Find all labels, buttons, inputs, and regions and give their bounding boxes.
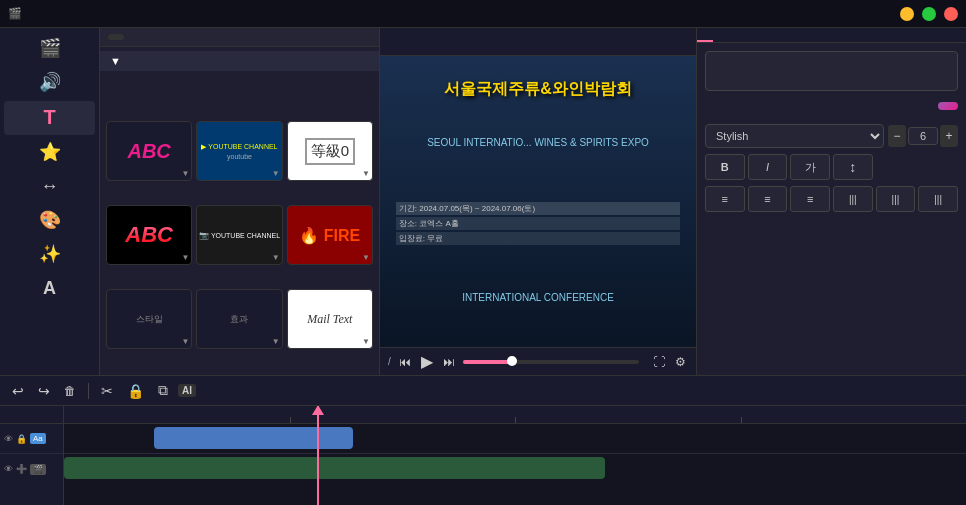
tab-tts[interactable] [729,28,745,42]
preview-area: 서울국제주류&와인박람회 SEOUL INTERNATIO... WINES &… [380,28,696,375]
lock-button[interactable]: 🔒 [123,381,148,401]
maximize-button[interactable] [922,7,936,21]
sidebar-item-audio[interactable]: 🔊 [4,67,95,99]
track-add-button[interactable]: ➕ [16,464,27,474]
download-arrow-icon: ▼ [181,169,189,178]
template-item[interactable]: 효과 ▼ [196,289,282,349]
timeline-tracks-area [64,406,966,505]
sidebar-item-effect[interactable]: ✨ [4,239,95,271]
subtitle-icon: A [43,279,56,297]
template-item[interactable]: ABC ▼ [106,205,192,265]
effect-icon: ✨ [39,245,61,263]
download-arrow-icon: ▼ [362,337,370,346]
font-size-increase[interactable]: + [940,125,958,147]
italic-button[interactable]: I [748,154,788,180]
sidebar-item-media[interactable]: 🎬 [4,33,95,65]
sidebar-item-filter[interactable]: 🎨 [4,205,95,237]
close-button[interactable] [944,7,958,21]
column-2-button[interactable]: ||| [876,186,916,212]
category-basic[interactable] [100,87,379,95]
korean-style-button[interactable]: 가 [790,154,830,180]
ai-copy-button[interactable] [938,102,958,110]
delete-button[interactable]: 🗑 [60,382,80,400]
timeline-body: 👁 🔒 Aa 👁 ➕ 🎬 [0,406,966,505]
filter-icon: 🎨 [39,211,61,229]
tab-animation[interactable] [713,28,729,42]
right-content: Stylish − + B I 가 ↕ ≡ ≡ ≡ | [697,43,966,375]
play-button[interactable]: ▶ [419,350,435,373]
video-title-overlay: 서울국제주류&와인박람회 [444,79,632,100]
tab-text[interactable] [697,28,713,42]
empty-space [876,154,958,180]
track-lock-button[interactable]: 🔒 [16,434,27,444]
track-eye-button-2[interactable]: 👁 [4,464,13,474]
app-logo: 🎬 [8,7,26,20]
sidebar-item-subtitle[interactable]: A [4,273,95,305]
main-layout: 🎬 🔊 T ⭐ ↔ 🎨 ✨ A [0,28,966,375]
timeline-ruler [64,406,966,424]
timeline-toolbar: ↩ ↪ 🗑 ✂ 🔒 ⧉ AI [0,376,966,406]
copy-button[interactable]: ⧉ [154,380,172,401]
template-item[interactable]: Mail Text ▼ [287,289,373,349]
current-time: / [388,356,391,367]
column-3-button[interactable]: ||| [918,186,958,212]
download-arrow-icon: ▼ [181,337,189,346]
template-item[interactable]: 等級0 ▼ [287,121,373,181]
column-1-button[interactable]: ||| [833,186,873,212]
media-icon: 🎬 [39,39,61,57]
category-text-section[interactable]: ▼ [100,51,379,71]
bold-button[interactable]: B [705,154,745,180]
font-size-control: − + [888,125,958,147]
template-grid: ABC ▼ ▶ YOUTUBE CHANNEL youtube ▼ 等級0 ▼ … [100,115,379,375]
next-frame-button[interactable]: ⏭ [441,353,457,371]
audio-icon: 🔊 [39,73,61,91]
align-left-button[interactable]: ≡ [705,186,745,212]
progress-bar[interactable] [463,360,639,364]
sidebar-item-transition[interactable]: ↔ [4,171,95,203]
settings-button[interactable]: ⚙ [673,353,688,371]
text-input[interactable] [705,51,958,91]
fullscreen-button[interactable]: ⛶ [651,353,667,371]
category-shiny[interactable] [100,103,379,111]
category-yellow[interactable] [100,95,379,103]
download-arrow-icon: ▼ [272,169,280,178]
category-basic-text[interactable] [100,71,379,79]
font-size-input[interactable] [908,127,938,145]
text-categories: ▼ [100,47,379,115]
category-trend[interactable] [100,79,379,87]
minimize-button[interactable] [900,7,914,21]
align-right-button[interactable]: ≡ [790,186,830,212]
sidebar-item-sticker[interactable]: ⭐ [4,137,95,169]
template-item[interactable]: 🔥 FIRE ▼ [287,205,373,265]
video-track [64,454,966,484]
undo-button[interactable]: ↩ [8,381,28,401]
window-controls [900,7,958,21]
template-item[interactable]: ABC ▼ [106,121,192,181]
text-track-label: 👁 🔒 Aa [0,424,63,454]
text-track-block[interactable] [154,427,352,449]
font-select[interactable]: Stylish [705,124,884,148]
video-track-type-badge: 🎬 [30,464,46,475]
download-arrow-icon: ▼ [362,169,370,178]
cut-button[interactable]: ✂ [97,381,117,401]
preview-video[interactable]: 서울국제주류&와인박람회 SEOUL INTERNATIO... WINES &… [380,56,696,347]
redo-button[interactable]: ↪ [34,381,54,401]
video-track-block[interactable] [64,457,605,479]
ai-enhance-button[interactable]: AI [178,384,196,397]
track-labels: 👁 🔒 Aa 👁 ➕ 🎬 [0,406,64,505]
video-subtitle-overlay: SEOUL INTERNATIO... WINES & SPIRITS EXPO [427,137,649,148]
prev-frame-button[interactable]: ⏮ [397,353,413,371]
sidebar-item-text[interactable]: T [4,101,95,135]
left-sidebar: 🎬 🔊 T ⭐ ↔ 🎨 ✨ A [0,28,100,375]
progress-thumb [507,356,517,366]
template-item[interactable]: 스타일 ▼ [106,289,192,349]
font-size-decrease[interactable]: − [888,125,906,147]
favorites-button[interactable] [108,34,124,40]
line-spacing-button[interactable]: ↕ [833,154,873,180]
toolbar-separator [88,383,89,399]
title-bar: 🎬 [0,0,966,28]
align-center-button[interactable]: ≡ [748,186,788,212]
track-eye-button[interactable]: 👁 [4,434,13,444]
template-item[interactable]: 📷 YOUTUBE CHANNEL ▼ [196,205,282,265]
template-item[interactable]: ▶ YOUTUBE CHANNEL youtube ▼ [196,121,282,181]
